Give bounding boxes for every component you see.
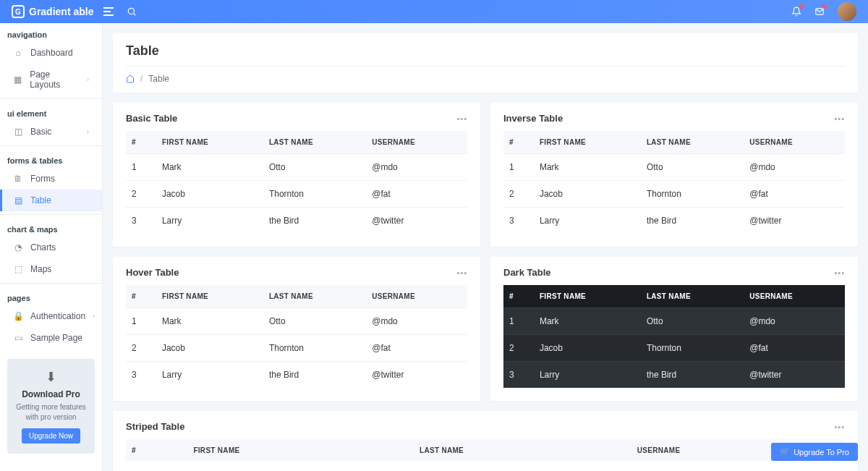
cell-user: @fat [366,335,467,362]
cell-user: @twitter [744,362,845,389]
sidebar-item-label: Page Layouts [30,69,80,90]
cell-first: Jacob [156,335,263,362]
more-icon[interactable]: ••• [834,114,845,123]
chevron-right-icon: › [87,128,89,135]
cell-user: @fat [744,181,845,208]
cell-first: Mark [156,154,263,181]
cell-first: Mark [156,308,263,335]
nav-section-pages: pages [0,287,102,305]
cell-user: @twitter [744,208,845,234]
col-last: LAST NAME [414,439,631,462]
col-num: # [126,285,156,308]
more-icon[interactable]: ••• [456,114,467,123]
mail-icon[interactable] [814,7,825,17]
cell-first: Jacob [534,181,641,208]
sidebar-item-dashboard[interactable]: ⌂ Dashboard [0,42,102,64]
sidebar-item-label: Charts [30,242,56,253]
cell-first: Mark [534,308,641,335]
sidebar-item-maps[interactable]: ⬚ Maps [0,258,102,280]
striped-table: # FIRST NAME LAST NAME USERNAME [126,439,845,462]
home-icon: ⌂ [13,48,23,58]
search-icon[interactable] [127,7,137,17]
cell-first: Jacob [534,335,641,362]
page-title: Table [126,43,845,59]
table-row: 1MarkOtto@mdo [126,308,467,335]
card-basic-table: Basic Table ••• # FIRST NAME LAST NAME U… [113,103,480,247]
col-first: FIRST NAME [187,439,414,462]
sidebar-item-table[interactable]: ▤ Table [0,190,102,211]
sidebar-item-label: Table [30,195,51,205]
more-icon[interactable]: ••• [456,268,467,277]
table-row: 2JacobThornton@fat [503,181,845,208]
table-row: 3Larrythe Bird@twitter [126,208,467,234]
cell-n: 3 [503,362,534,389]
card-title: Basic Table [126,113,177,124]
col-first: FIRST NAME [534,131,641,154]
col-last: LAST NAME [263,285,366,308]
cell-n: 2 [126,335,156,362]
col-num: # [503,131,534,154]
sidebar-item-authentication[interactable]: 🔒 Authentication › [0,305,102,327]
table-row: 3Larrythe Bird@twitter [503,362,845,389]
table-row: 1MarkOtto@mdo [126,154,467,181]
breadcrumb-current: Table [148,74,169,84]
cell-first: Larry [534,208,641,234]
cell-user: @fat [366,181,467,208]
card-title: Inverse Table [503,113,563,124]
home-icon[interactable] [126,75,135,83]
col-num: # [503,285,534,308]
promo-title: Download Pro [13,389,89,399]
main-content: Table / Table Basic Table ••• # FIRST [103,23,868,471]
col-first: FIRST NAME [534,285,641,308]
cell-last: Otto [641,308,744,335]
cell-last: Thornton [263,335,366,362]
sidebar-item-sample-page[interactable]: ▭ Sample Page [0,327,102,349]
download-icon: ⬇ [13,369,89,385]
table-row: 3Larrythe Bird@twitter [126,362,467,389]
menu-toggle-icon[interactable] [103,7,114,16]
cell-n: 3 [126,208,156,234]
pie-icon: ◔ [13,242,23,253]
cell-last: the Bird [641,208,744,234]
breadcrumb: / Table [126,66,845,84]
sidebar-item-charts[interactable]: ◔ Charts [0,237,102,258]
nav-section-charts: chart & maps [0,218,102,237]
sidebar-item-basic[interactable]: ◫ Basic › [0,121,102,143]
cell-user: @mdo [744,308,845,335]
cell-first: Mark [534,154,641,181]
table-row: 2JacobThornton@fat [126,335,467,362]
card-striped-table: Striped Table ••• # FIRST NAME LAST NAME… [113,411,858,471]
nav-section-ui: ui element [0,102,102,121]
sidebar-item-forms[interactable]: 🗎 Forms [0,168,102,190]
chevron-right-icon: › [87,76,89,83]
nav-section-navigation: navigation [0,23,102,42]
more-icon[interactable]: ••• [834,423,845,431]
chevron-right-icon: › [93,313,95,320]
upgrade-to-pro-button[interactable]: 🛒 Upgrade To Pro [771,443,858,461]
brand-logo[interactable]: G Gradient able [12,5,93,18]
col-num: # [126,131,156,154]
cell-user: @twitter [366,362,467,389]
cell-n: 2 [126,181,156,208]
table-row: 1MarkOtto@mdo [503,308,845,335]
card-hover-table: Hover Table ••• # FIRST NAME LAST NAME U… [113,257,480,401]
cell-n: 1 [126,154,156,181]
cell-first: Larry [156,208,263,234]
box-icon: ◫ [13,127,23,137]
col-num: # [126,439,187,462]
basic-table: # FIRST NAME LAST NAME USERNAME 1MarkOtt… [126,131,467,234]
cell-first: Jacob [156,181,263,208]
table-row: 3Larrythe Bird@twitter [503,208,845,234]
sidebar-item-page-layouts[interactable]: ▦ Page Layouts › [0,64,102,96]
avatar[interactable] [838,2,856,21]
upgrade-now-button[interactable]: Upgrade Now [22,428,80,444]
cell-last: Otto [641,154,744,181]
col-first: FIRST NAME [156,285,263,308]
sidebar-item-label: Sample Page [30,333,82,343]
col-user: USERNAME [366,285,467,308]
bell-icon[interactable] [791,7,801,17]
hover-table: # FIRST NAME LAST NAME USERNAME 1MarkOtt… [126,285,467,388]
table-row: 2JacobThornton@fat [126,181,467,208]
more-icon[interactable]: ••• [834,268,845,277]
sidebar-item-label: Authentication [30,311,85,321]
